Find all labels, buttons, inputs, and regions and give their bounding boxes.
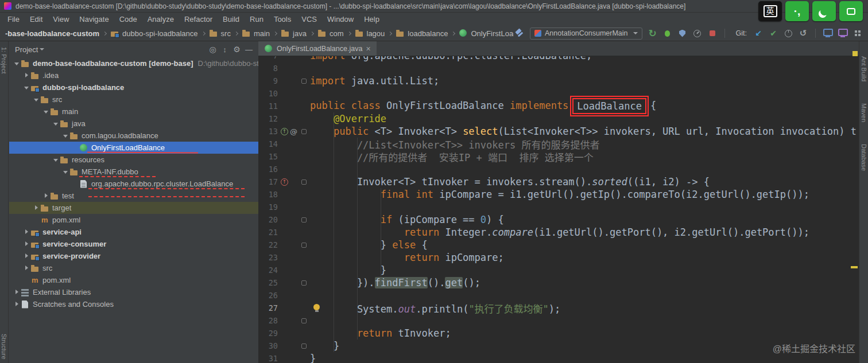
code-line-28[interactable]: 28: [258, 314, 859, 327]
expand-arrow-icon[interactable]: [22, 238, 30, 250]
breadcrumb-loadbalance[interactable]: loadbalance: [395, 29, 448, 38]
expand-arrow-icon[interactable]: [22, 250, 30, 262]
collapse-icon[interactable]: [219, 44, 231, 55]
menu-item-help[interactable]: Help: [359, 14, 385, 25]
code-line-23[interactable]: 23 return ipCompare;: [258, 251, 859, 264]
menu-item-window[interactable]: Window: [322, 14, 359, 25]
implementing-method-icon[interactable]: ↑: [281, 128, 288, 135]
tree-item-java[interactable]: java: [9, 118, 258, 130]
tree-item-pom-xml[interactable]: pom.xml: [9, 214, 258, 226]
code-line-8[interactable]: 8: [258, 62, 859, 75]
code-line-15[interactable]: 15 //所有的提供者 安装IP + 端口 排序 选择第一个: [258, 150, 859, 163]
ime-skin-button[interactable]: [839, 1, 863, 21]
fold-marker-icon[interactable]: [301, 243, 307, 248]
close-icon[interactable]: [366, 45, 370, 53]
breadcrumb-com[interactable]: com: [317, 29, 344, 38]
collapse-arrow-icon[interactable]: [52, 154, 60, 166]
expand-arrow-icon[interactable]: [22, 226, 30, 238]
tool-button-database[interactable]: Database: [861, 144, 867, 171]
grid-icon[interactable]: [852, 28, 863, 39]
collapse-arrow-icon[interactable]: [42, 106, 50, 118]
code-line-16[interactable]: 16: [258, 163, 859, 175]
gear-icon[interactable]: [231, 44, 243, 55]
debug-icon[interactable]: [662, 28, 673, 39]
fold-marker-icon[interactable]: [301, 179, 307, 185]
expand-arrow-icon[interactable]: [13, 286, 21, 298]
breadcrumb-main[interactable]: main: [241, 29, 270, 38]
profiler-icon[interactable]: [692, 28, 703, 39]
ime-punctuation-button[interactable]: ·,: [785, 1, 809, 21]
breadcrumb-src[interactable]: src: [208, 29, 231, 38]
tree-item-scratches-and-consoles[interactable]: Scratches and Consoles: [9, 298, 258, 310]
code-line-14[interactable]: 14 //List<Invoker<T>> invokers 所有的服务提供者: [258, 138, 859, 150]
collapse-arrow-icon[interactable]: [61, 130, 69, 142]
code-line-29[interactable]: 29 return tInvoker;: [258, 327, 859, 339]
code-line-20[interactable]: 20 if (ipCompare == 0) {: [258, 213, 859, 226]
tree-item-meta-inf-dubbo[interactable]: META-INF.dubbo: [9, 166, 258, 178]
code-line-12[interactable]: 12 @Override: [258, 112, 859, 125]
tree-item-idea[interactable]: .idea: [9, 69, 258, 81]
code-line-17[interactable]: 17↑ Invoker<T> tInvoker = invokers.strea…: [258, 175, 859, 188]
tree-item-service-api[interactable]: service-api: [9, 226, 258, 238]
collapse-arrow-icon[interactable]: [22, 81, 30, 93]
code-line-22[interactable]: 22 } else {: [258, 239, 859, 251]
error-stripe-mark[interactable]: [851, 266, 858, 268]
code-line-19[interactable]: 19: [258, 201, 859, 213]
tool-button-project[interactable]: 1: Project: [1, 47, 7, 73]
menu-item-refactor[interactable]: Refactor: [179, 14, 218, 25]
collapse-arrow-icon[interactable]: [61, 166, 69, 178]
code-line-24[interactable]: 24 }: [258, 264, 859, 276]
code-line-25[interactable]: 25 }).findFirst().get();: [258, 276, 859, 289]
code-line-18[interactable]: 18 final int ipCompare = i1.getUrl().get…: [258, 188, 859, 201]
expand-arrow-icon[interactable]: [42, 190, 50, 202]
menu-item-tools[interactable]: Tools: [269, 14, 296, 25]
fold-marker-icon[interactable]: [301, 318, 307, 323]
tree-item-target[interactable]: target: [9, 202, 258, 214]
collapse-arrow-icon[interactable]: [32, 93, 40, 106]
tool-button-structure[interactable]: Structure: [1, 334, 7, 360]
code-line-26[interactable]: 26: [258, 289, 859, 302]
tool-button-ant-build[interactable]: Ant Build: [861, 56, 867, 81]
breadcrumb-onlyfirstloadbalance[interactable]: OnlyFirstLoadBalance: [458, 29, 514, 38]
annotation-icon[interactable]: @: [290, 128, 297, 135]
tree-item-org-apache-dubbo-rpc-cluster-loadbalance[interactable]: org.apache.dubbo.rpc.cluster.LoadBalance: [9, 178, 258, 190]
ime-language-button[interactable]: 英: [758, 1, 782, 21]
menu-item-edit[interactable]: Edit: [25, 14, 48, 25]
tree-item-resources[interactable]: resources: [9, 154, 258, 166]
tree-item-onlyfirstloadbalance[interactable]: OnlyFirstLoadBalance: [9, 142, 258, 154]
code-line-21[interactable]: 21 return Integer.compare(i1.getUrl().ge…: [258, 226, 859, 239]
menu-item-file[interactable]: File: [2, 14, 25, 25]
terminal-icon[interactable]: [822, 28, 834, 39]
hide-icon[interactable]: [243, 44, 255, 55]
code-line-11[interactable]: 11public class OnlyFirstLoadBalance impl…: [258, 100, 859, 112]
menu-item-run[interactable]: Run: [245, 14, 269, 25]
tool-button-maven[interactable]: Maven: [861, 103, 867, 122]
tree-item-main[interactable]: main: [9, 106, 258, 118]
fold-marker-icon[interactable]: [301, 280, 307, 286]
tree-item-test[interactable]: test: [9, 190, 258, 202]
ime-night-mode-button[interactable]: [812, 1, 836, 21]
menu-item-vcs[interactable]: VCS: [296, 14, 322, 25]
tree-item-src[interactable]: src: [9, 262, 258, 274]
collapse-arrow-icon[interactable]: [13, 57, 21, 69]
breadcrumb-java[interactable]: java: [280, 29, 307, 38]
code-line-9[interactable]: 9import java.util.List;: [258, 75, 859, 87]
build-hammer-icon[interactable]: [514, 28, 525, 39]
tree-item-pom-xml[interactable]: pom.xml: [9, 274, 258, 286]
fold-marker-icon[interactable]: [301, 344, 307, 349]
menu-item-navigate[interactable]: Navigate: [74, 14, 114, 25]
breadcrumb-dubbo-spi-loadbalance[interactable]: dubbo-spi-loadbalance: [110, 29, 199, 38]
error-stripe-mark[interactable]: [852, 51, 858, 56]
breadcrumb-lagou[interactable]: lagou: [354, 29, 386, 38]
code-line-27[interactable]: 27 System.out.println("执行了负载均衡");: [258, 302, 859, 314]
expand-arrow-icon[interactable]: [32, 202, 40, 214]
code-line-7[interactable]: 7import org.apache.dubbo.rpc.cluster.Loa…: [258, 56, 859, 62]
monitor-purple-icon[interactable]: [837, 28, 848, 39]
stop-icon[interactable]: [707, 28, 718, 39]
fold-marker-icon[interactable]: [301, 217, 307, 223]
tree-item-com-lagou-loadbalance[interactable]: com.lagou.loadbalance: [9, 130, 258, 142]
fold-marker-icon[interactable]: [301, 79, 307, 84]
tree-item-demo-base-loadbalance-custom-demo-base[interactable]: demo-base-loadbalance-custom [demo-base]…: [9, 57, 258, 69]
code-line-31[interactable]: 31}: [258, 352, 859, 363]
tree-item-src[interactable]: src: [9, 93, 258, 106]
